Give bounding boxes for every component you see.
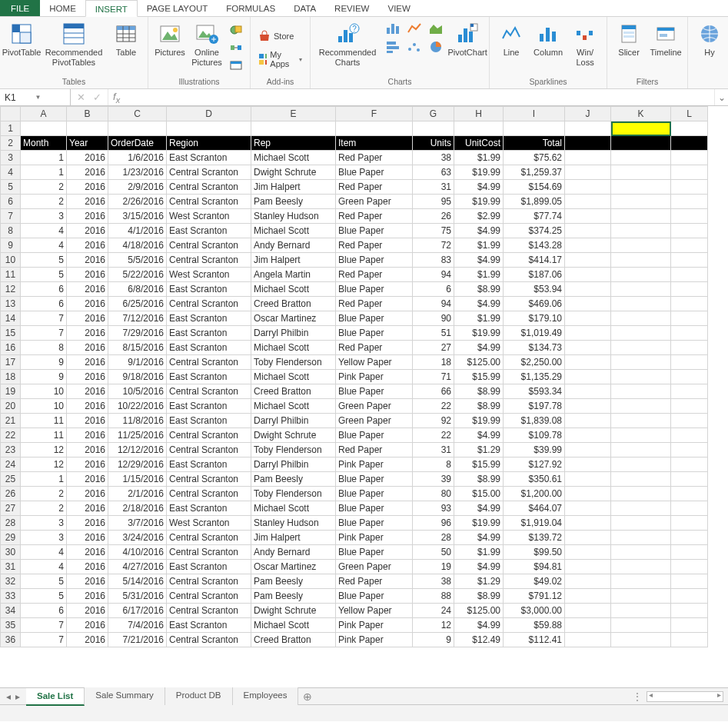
cell-K16[interactable] bbox=[611, 341, 671, 355]
cell-E20[interactable]: Michael Scott bbox=[251, 399, 336, 414]
cell-C24[interactable]: 12/29/2016 bbox=[108, 457, 167, 472]
select-all-corner[interactable] bbox=[1, 107, 21, 121]
cell-K33[interactable] bbox=[611, 589, 671, 604]
cell-H18[interactable]: $15.99 bbox=[454, 370, 504, 384]
cell-D27[interactable]: East Scranton bbox=[167, 501, 251, 516]
cell-F33[interactable]: Blue Paper bbox=[336, 589, 413, 604]
cell-A23[interactable]: 12 bbox=[21, 443, 67, 457]
cell-E23[interactable]: Toby Flenderson bbox=[251, 443, 336, 457]
row-header-26[interactable]: 26 bbox=[1, 487, 21, 501]
cell-E7[interactable]: Stanley Hudson bbox=[251, 209, 336, 224]
cell-K9[interactable] bbox=[611, 238, 671, 253]
cell-F35[interactable]: Pink Paper bbox=[336, 618, 413, 633]
cell-C4[interactable]: 1/23/2016 bbox=[108, 165, 167, 180]
cell-H20[interactable]: $8.99 bbox=[454, 399, 504, 414]
bar-chart-button[interactable] bbox=[383, 38, 403, 55]
cell-C11[interactable]: 5/22/2016 bbox=[108, 268, 167, 282]
cell-K26[interactable] bbox=[611, 487, 671, 501]
row-header-34[interactable]: 34 bbox=[1, 604, 21, 618]
row-header-27[interactable]: 27 bbox=[1, 501, 21, 516]
cell-B10[interactable]: 2016 bbox=[67, 253, 108, 268]
cell-I18[interactable]: $1,135.29 bbox=[504, 370, 565, 384]
cell-D11[interactable]: West Scranton bbox=[167, 268, 251, 282]
cell-B9[interactable]: 2016 bbox=[67, 238, 108, 253]
cell-G18[interactable]: 71 bbox=[413, 370, 454, 384]
cell-B6[interactable]: 2016 bbox=[67, 195, 108, 209]
cell-K28[interactable] bbox=[611, 516, 671, 531]
cell-D29[interactable]: Central Scranton bbox=[167, 531, 251, 545]
cell-A2[interactable]: Month bbox=[21, 136, 67, 151]
cell-A8[interactable]: 4 bbox=[21, 224, 67, 238]
sheet-nav-prev-icon[interactable]: ◂ bbox=[6, 691, 11, 702]
cell-G10[interactable]: 83 bbox=[413, 253, 454, 268]
cell-A29[interactable]: 3 bbox=[21, 531, 67, 545]
cell-J27[interactable] bbox=[565, 501, 611, 516]
cell-J21[interactable] bbox=[565, 414, 611, 428]
cell-B33[interactable]: 2016 bbox=[67, 589, 108, 604]
cell-E6[interactable]: Pam Beesly bbox=[251, 195, 336, 209]
cell-H25[interactable]: $8.99 bbox=[454, 472, 504, 487]
cell-J11[interactable] bbox=[565, 268, 611, 282]
cell-A13[interactable]: 6 bbox=[21, 297, 67, 311]
cell-F9[interactable]: Red Paper bbox=[336, 238, 413, 253]
row-header-9[interactable]: 9 bbox=[1, 238, 21, 253]
cell-G28[interactable]: 96 bbox=[413, 516, 454, 531]
cell-A26[interactable]: 2 bbox=[21, 487, 67, 501]
cell-K13[interactable] bbox=[611, 297, 671, 311]
cell-K10[interactable] bbox=[611, 253, 671, 268]
cell-K11[interactable] bbox=[611, 268, 671, 282]
col-header-H[interactable]: H bbox=[454, 107, 504, 121]
cell-D23[interactable]: Central Scranton bbox=[167, 443, 251, 457]
cell-B35[interactable]: 2016 bbox=[67, 618, 108, 633]
row-header-35[interactable]: 35 bbox=[1, 618, 21, 633]
cell-E11[interactable]: Angela Martin bbox=[251, 268, 336, 282]
cell-E25[interactable]: Pam Beesly bbox=[251, 472, 336, 487]
cell-D34[interactable]: Central Scranton bbox=[167, 604, 251, 618]
cell-B2[interactable]: Year bbox=[67, 136, 108, 151]
cell-B20[interactable]: 2016 bbox=[67, 399, 108, 414]
cell-K20[interactable] bbox=[611, 399, 671, 414]
cell-C23[interactable]: 12/12/2016 bbox=[108, 443, 167, 457]
cell-E29[interactable]: Jim Halpert bbox=[251, 531, 336, 545]
row-header-8[interactable]: 8 bbox=[1, 224, 21, 238]
cell-K29[interactable] bbox=[611, 531, 671, 545]
cell-G17[interactable]: 18 bbox=[413, 355, 454, 370]
cell-A31[interactable]: 4 bbox=[21, 560, 67, 574]
smartart-button[interactable] bbox=[227, 39, 245, 56]
cell-B26[interactable]: 2016 bbox=[67, 487, 108, 501]
cell-K21[interactable] bbox=[611, 414, 671, 428]
cell-K7[interactable] bbox=[611, 209, 671, 224]
cell-B11[interactable]: 2016 bbox=[67, 268, 108, 282]
cell-L14[interactable] bbox=[671, 311, 708, 326]
cell-I11[interactable]: $187.06 bbox=[504, 268, 565, 282]
cell-D19[interactable]: Central Scranton bbox=[167, 384, 251, 399]
cell-C6[interactable]: 2/26/2016 bbox=[108, 195, 167, 209]
cell-L34[interactable] bbox=[671, 604, 708, 618]
cell-J4[interactable] bbox=[565, 165, 611, 180]
cell-L35[interactable] bbox=[671, 618, 708, 633]
cell-G7[interactable]: 26 bbox=[413, 209, 454, 224]
cell-G16[interactable]: 27 bbox=[413, 341, 454, 355]
cell-D9[interactable]: Central Scranton bbox=[167, 238, 251, 253]
cell-E2[interactable]: Rep bbox=[251, 136, 336, 151]
cell-F11[interactable]: Red Paper bbox=[336, 268, 413, 282]
row-header-36[interactable]: 36 bbox=[1, 633, 21, 647]
cell-B5[interactable]: 2016 bbox=[67, 180, 108, 195]
cell-I24[interactable]: $127.92 bbox=[504, 457, 565, 472]
col-header-A[interactable]: A bbox=[21, 107, 67, 121]
row-header-16[interactable]: 16 bbox=[1, 341, 21, 355]
cell-H2[interactable]: UnitCost bbox=[454, 136, 504, 151]
cell-A21[interactable]: 11 bbox=[21, 414, 67, 428]
cell-J3[interactable] bbox=[565, 151, 611, 165]
col-header-L[interactable]: L bbox=[671, 107, 708, 121]
cell-G24[interactable]: 8 bbox=[413, 457, 454, 472]
cell-I33[interactable]: $791.12 bbox=[504, 589, 565, 604]
cell-G30[interactable]: 50 bbox=[413, 545, 454, 560]
cell-K18[interactable] bbox=[611, 370, 671, 384]
cell-F3[interactable]: Red Paper bbox=[336, 151, 413, 165]
cell-D6[interactable]: Central Scranton bbox=[167, 195, 251, 209]
tab-file[interactable]: FILE bbox=[0, 0, 40, 16]
cell-C3[interactable]: 1/6/2016 bbox=[108, 151, 167, 165]
pictures-button[interactable]: Pictures bbox=[153, 18, 187, 58]
cell-G6[interactable]: 95 bbox=[413, 195, 454, 209]
